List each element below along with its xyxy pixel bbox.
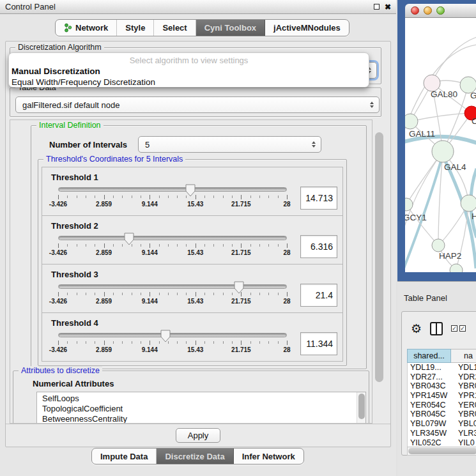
threshold-4-panel: Threshold 4 -3.4262.8599.14415.4321.7152… xyxy=(42,312,343,362)
table-row[interactable]: YPR145WYPR1 xyxy=(408,391,476,401)
tab-cyni-toolbox[interactable]: Cyni Toolbox xyxy=(196,20,265,36)
cell[interactable]: YBR045C xyxy=(408,410,452,419)
cell[interactable]: YBR0 xyxy=(452,410,476,419)
slider-major-tick xyxy=(150,195,150,199)
tab-discretize-data[interactable]: Discretize Data xyxy=(157,449,233,464)
cell[interactable]: YLR345W xyxy=(408,429,452,438)
node-gal4[interactable] xyxy=(432,141,454,162)
threshold-1-value-field[interactable]: 14.713 xyxy=(300,187,337,210)
table-data-combobox[interactable]: galFiltered.sif default node xyxy=(15,96,380,113)
threshold-4-slider[interactable]: -3.4262.8599.14415.4321.71528 xyxy=(58,331,287,358)
number-of-intervals-combobox[interactable]: 5 xyxy=(138,136,321,153)
node-hap2[interactable] xyxy=(432,239,445,252)
tab-style[interactable]: Style xyxy=(117,20,154,36)
cell[interactable]: YDR2 xyxy=(452,372,476,382)
slider-major-tick xyxy=(58,292,59,296)
table-row[interactable]: YBR043CYBR0 xyxy=(408,381,476,391)
number-of-intervals-label: Number of Intervals xyxy=(49,140,127,150)
close-icon[interactable]: ✖ xyxy=(385,4,391,10)
tab-impute-data[interactable]: Impute Data xyxy=(92,449,157,464)
apply-button[interactable]: Apply xyxy=(176,428,220,443)
table-row[interactable]: YER054CYER0 xyxy=(408,401,476,410)
cell[interactable]: YPR1 xyxy=(452,391,476,401)
slider-major-tick xyxy=(104,341,105,345)
settings-scrollbar[interactable] xyxy=(374,119,384,424)
table-hscrollbar-thumb[interactable] xyxy=(408,448,476,454)
slider-major-tick xyxy=(196,195,196,199)
node-gcy1[interactable] xyxy=(405,198,413,211)
list-scrollbar-thumb[interactable] xyxy=(358,394,365,419)
tab-infer-network[interactable]: Infer Network xyxy=(234,449,303,464)
slider-thumb[interactable] xyxy=(124,233,134,245)
table-row[interactable]: YDL19...YDL1 xyxy=(408,363,476,372)
tab-select[interactable]: Select xyxy=(154,20,196,36)
list-scrollbar[interactable] xyxy=(357,392,365,424)
threshold-3-value-field[interactable]: 21.4 xyxy=(300,284,337,307)
popup-hint-item[interactable]: Select algorithm to view settings xyxy=(9,55,369,66)
close-traffic-light-icon[interactable] xyxy=(411,6,419,15)
cell[interactable]: YBR043C xyxy=(408,381,452,391)
node-label-partial-h: H xyxy=(472,211,476,221)
table-row[interactable]: YBR045CYBR0 xyxy=(408,410,476,419)
slider-track xyxy=(58,333,287,337)
slider-tick-label: 9.144 xyxy=(142,346,158,353)
threshold-2-slider[interactable]: -3.4262.8599.14415.4321.71528 xyxy=(58,234,287,261)
threshold-4-value-field[interactable]: 11.344 xyxy=(300,332,337,355)
threshold-2-value-field[interactable]: 6.316 xyxy=(300,235,337,258)
apply-row: Apply xyxy=(6,424,390,447)
checkbox-icon[interactable]: ✓ xyxy=(451,325,457,332)
popup-option-equal-width[interactable]: Equal Width/Frequency Discretization xyxy=(9,77,369,88)
cell[interactable]: YER054C xyxy=(408,401,452,410)
slider-tick-label: -3.426 xyxy=(49,298,67,305)
cyni-bottom-tabbar: Impute Data Discretize Data Infer Networ… xyxy=(91,448,304,464)
checkbox-icon[interactable]: ✓ xyxy=(459,325,466,332)
column-header-name[interactable]: na xyxy=(451,349,476,363)
threshold-1-slider[interactable]: -3.4262.8599.14415.4321.71528 xyxy=(58,185,287,212)
numerical-attributes-list[interactable]: SelfLoops TopologicalCoefficient Between… xyxy=(36,392,366,424)
column-header-shared[interactable]: shared... xyxy=(407,349,451,363)
float-window-icon[interactable] xyxy=(374,4,380,10)
cell[interactable]: YER0 xyxy=(452,401,476,410)
list-item[interactable]: TopologicalCoefficient xyxy=(37,404,365,414)
table-panel: Table Panel ⚙ ✓ ✓ shared... na YDL19...Y… xyxy=(397,281,476,476)
table-row[interactable]: YDR27...YDR2 xyxy=(408,372,476,382)
cell[interactable]: YBL0 xyxy=(452,419,476,429)
threshold-4-label: Threshold 4 xyxy=(51,318,98,328)
threshold-3-slider[interactable]: -3.4262.8599.14415.4321.71528 xyxy=(58,282,287,309)
slider-major-tick xyxy=(196,243,196,248)
popup-option-manual-discretization[interactable]: Manual Discretization xyxy=(9,66,369,77)
table-horizontal-scrollbar[interactable] xyxy=(407,447,476,456)
cell[interactable]: YDR27... xyxy=(408,372,452,382)
node-h[interactable] xyxy=(461,195,476,211)
select-columns-icons[interactable]: ✓ ✓ xyxy=(451,325,466,332)
slider-ticks xyxy=(58,195,287,200)
slider-thumb[interactable] xyxy=(160,330,171,342)
cell[interactable]: YPR145W xyxy=(408,391,452,401)
minimize-traffic-light-icon[interactable] xyxy=(424,6,432,15)
cell[interactable]: YIL052C xyxy=(408,438,452,447)
table-row[interactable]: YBL079WYBL0 xyxy=(408,419,476,429)
node-gal11[interactable] xyxy=(405,114,418,129)
list-item[interactable]: SelfLoops xyxy=(37,394,365,404)
slider-thumb[interactable] xyxy=(234,281,244,294)
cell[interactable]: YBR0 xyxy=(452,381,476,391)
list-item[interactable]: BetweennessCentrality xyxy=(37,414,365,424)
threshold-2-panel: Threshold 2 -3.4262.8599.14415.4321.7152… xyxy=(42,215,343,265)
gear-icon[interactable]: ⚙ xyxy=(411,323,422,335)
zoom-traffic-light-icon[interactable] xyxy=(436,6,445,15)
columns-icon[interactable] xyxy=(430,322,443,335)
table-row[interactable]: YLR345WYLR3 xyxy=(408,429,476,438)
cell[interactable]: YDL1 xyxy=(452,363,476,372)
network-canvas[interactable]: GAL80 G C GAL11 GAL4 GCY1 H HAP2 xyxy=(405,18,476,272)
cell[interactable]: YBL079W xyxy=(408,419,452,429)
cell[interactable]: YDL19... xyxy=(408,363,452,372)
tab-jactivemnodules[interactable]: jActiveMNodules xyxy=(265,20,349,36)
tab-network[interactable]: Network xyxy=(56,20,117,36)
slider-tick-labels: -3.4262.8599.14415.4321.71528 xyxy=(58,249,287,258)
table-row[interactable]: YIL052CYIL0 xyxy=(408,438,476,447)
slider-thumb[interactable] xyxy=(185,184,196,197)
settings-scrollbar-thumb[interactable] xyxy=(375,132,383,382)
table-header-row: shared... na xyxy=(407,349,476,363)
cell[interactable]: YLR3 xyxy=(452,429,476,438)
cell[interactable]: YIL0 xyxy=(452,438,476,447)
